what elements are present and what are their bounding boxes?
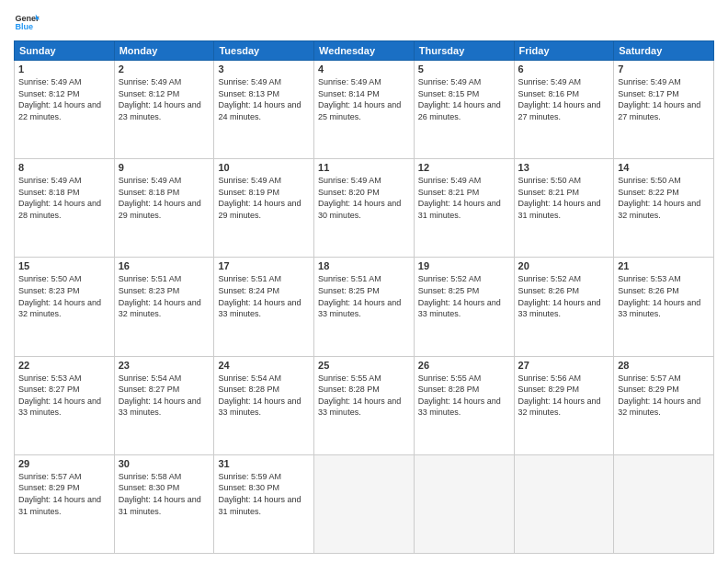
day-info: Sunrise: 5:57 AMSunset: 8:29 PMDaylight:… [618, 373, 710, 419]
day-info: Sunrise: 5:52 AMSunset: 8:25 PMDaylight:… [418, 273, 510, 319]
calendar-cell: 10 Sunrise: 5:49 AMSunset: 8:19 PMDaylig… [214, 159, 314, 258]
calendar-cell: 6 Sunrise: 5:49 AMSunset: 8:16 PMDayligh… [514, 61, 614, 159]
calendar-cell: 20 Sunrise: 5:52 AMSunset: 8:26 PMDaylig… [514, 258, 614, 356]
day-info: Sunrise: 5:55 AMSunset: 8:28 PMDaylight:… [318, 373, 410, 419]
day-info: Sunrise: 5:49 AMSunset: 8:18 PMDaylight:… [119, 175, 210, 221]
day-info: Sunrise: 5:50 AMSunset: 8:23 PMDaylight:… [18, 273, 110, 319]
day-number: 20 [518, 260, 610, 271]
calendar-table: SundayMondayTuesdayWednesdayThursdayFrid… [14, 40, 714, 554]
day-info: Sunrise: 5:56 AMSunset: 8:29 PMDaylight:… [518, 373, 610, 419]
day-info: Sunrise: 5:52 AMSunset: 8:26 PMDaylight:… [518, 273, 610, 319]
calendar-cell: 30 Sunrise: 5:58 AMSunset: 8:30 PMDaylig… [114, 454, 214, 553]
day-number: 26 [418, 360, 510, 371]
week-row-5: 29 Sunrise: 5:57 AMSunset: 8:29 PMDaylig… [15, 454, 714, 553]
day-info: Sunrise: 5:57 AMSunset: 8:29 PMDaylight:… [18, 471, 110, 517]
day-info: Sunrise: 5:51 AMSunset: 8:23 PMDaylight:… [119, 273, 210, 319]
day-number: 12 [418, 162, 510, 173]
day-info: Sunrise: 5:49 AMSunset: 8:12 PMDaylight:… [119, 76, 210, 122]
day-header-monday: Monday [114, 41, 214, 61]
calendar-cell: 31 Sunrise: 5:59 AMSunset: 8:30 PMDaylig… [214, 454, 314, 553]
day-header-thursday: Thursday [414, 41, 514, 61]
calendar-cell: 23 Sunrise: 5:54 AMSunset: 8:27 PMDaylig… [114, 356, 214, 454]
day-number: 2 [119, 63, 210, 75]
day-number: 23 [119, 360, 210, 371]
page: General Blue SundayMondayTuesdayWednesda… [0, 0, 728, 563]
day-header-saturday: Saturday [614, 41, 714, 61]
day-info: Sunrise: 5:53 AMSunset: 8:26 PMDaylight:… [618, 273, 710, 319]
day-header-sunday: Sunday [15, 41, 115, 61]
day-number: 8 [18, 162, 110, 173]
day-info: Sunrise: 5:53 AMSunset: 8:27 PMDaylight:… [18, 373, 110, 419]
day-info: Sunrise: 5:49 AMSunset: 8:13 PMDaylight:… [218, 76, 310, 122]
calendar-cell: 2 Sunrise: 5:49 AMSunset: 8:12 PMDayligh… [114, 61, 214, 159]
day-number: 14 [618, 162, 710, 173]
day-info: Sunrise: 5:50 AMSunset: 8:21 PMDaylight:… [518, 175, 610, 221]
calendar-cell: 15 Sunrise: 5:50 AMSunset: 8:23 PMDaylig… [15, 258, 115, 356]
calendar-cell: 18 Sunrise: 5:51 AMSunset: 8:25 PMDaylig… [314, 258, 415, 356]
day-number: 19 [418, 260, 510, 271]
week-row-2: 8 Sunrise: 5:49 AMSunset: 8:18 PMDayligh… [15, 159, 714, 258]
calendar-cell: 9 Sunrise: 5:49 AMSunset: 8:18 PMDayligh… [114, 159, 214, 258]
calendar-cell: 26 Sunrise: 5:55 AMSunset: 8:28 PMDaylig… [414, 356, 514, 454]
day-number: 4 [318, 63, 410, 75]
calendar-cell: 29 Sunrise: 5:57 AMSunset: 8:29 PMDaylig… [15, 454, 115, 553]
logo-icon: General Blue [14, 9, 40, 35]
calendar-cell: 17 Sunrise: 5:51 AMSunset: 8:24 PMDaylig… [214, 258, 314, 356]
week-row-1: 1 Sunrise: 5:49 AMSunset: 8:12 PMDayligh… [15, 61, 714, 159]
day-info: Sunrise: 5:49 AMSunset: 8:20 PMDaylight:… [318, 175, 410, 221]
day-info: Sunrise: 5:49 AMSunset: 8:18 PMDaylight:… [18, 175, 110, 221]
day-header-row: SundayMondayTuesdayWednesdayThursdayFrid… [15, 41, 714, 61]
calendar-cell: 22 Sunrise: 5:53 AMSunset: 8:27 PMDaylig… [15, 356, 115, 454]
calendar-cell: 28 Sunrise: 5:57 AMSunset: 8:29 PMDaylig… [614, 356, 714, 454]
calendar-cell: 16 Sunrise: 5:51 AMSunset: 8:23 PMDaylig… [114, 258, 214, 356]
calendar-cell: 21 Sunrise: 5:53 AMSunset: 8:26 PMDaylig… [614, 258, 714, 356]
day-number: 9 [119, 162, 210, 173]
day-number: 22 [18, 360, 110, 371]
day-number: 5 [418, 63, 510, 75]
calendar-cell: 8 Sunrise: 5:49 AMSunset: 8:18 PMDayligh… [15, 159, 115, 258]
day-number: 13 [518, 162, 610, 173]
calendar-cell: 25 Sunrise: 5:55 AMSunset: 8:28 PMDaylig… [314, 356, 415, 454]
day-number: 1 [18, 63, 110, 75]
day-info: Sunrise: 5:59 AMSunset: 8:30 PMDaylight:… [218, 471, 310, 517]
calendar-cell [514, 454, 614, 553]
day-info: Sunrise: 5:50 AMSunset: 8:22 PMDaylight:… [618, 175, 710, 221]
day-number: 21 [618, 260, 710, 271]
day-info: Sunrise: 5:49 AMSunset: 8:17 PMDaylight:… [618, 76, 710, 122]
day-number: 6 [518, 63, 610, 75]
day-number: 3 [218, 63, 310, 75]
day-info: Sunrise: 5:51 AMSunset: 8:24 PMDaylight:… [218, 273, 310, 319]
calendar-cell: 3 Sunrise: 5:49 AMSunset: 8:13 PMDayligh… [214, 61, 314, 159]
day-number: 31 [218, 458, 310, 469]
calendar-cell [414, 454, 514, 553]
calendar-cell: 12 Sunrise: 5:49 AMSunset: 8:21 PMDaylig… [414, 159, 514, 258]
day-info: Sunrise: 5:49 AMSunset: 8:14 PMDaylight:… [318, 76, 410, 122]
day-header-wednesday: Wednesday [314, 41, 415, 61]
calendar-cell: 11 Sunrise: 5:49 AMSunset: 8:20 PMDaylig… [314, 159, 415, 258]
day-info: Sunrise: 5:55 AMSunset: 8:28 PMDaylight:… [418, 373, 510, 419]
day-info: Sunrise: 5:49 AMSunset: 8:15 PMDaylight:… [418, 76, 510, 122]
day-header-friday: Friday [514, 41, 614, 61]
calendar-cell: 1 Sunrise: 5:49 AMSunset: 8:12 PMDayligh… [15, 61, 115, 159]
day-number: 27 [518, 360, 610, 371]
day-number: 18 [318, 260, 410, 271]
day-info: Sunrise: 5:49 AMSunset: 8:21 PMDaylight:… [418, 175, 510, 221]
day-info: Sunrise: 5:58 AMSunset: 8:30 PMDaylight:… [119, 471, 210, 517]
day-number: 24 [218, 360, 310, 371]
day-number: 17 [218, 260, 310, 271]
calendar-cell: 14 Sunrise: 5:50 AMSunset: 8:22 PMDaylig… [614, 159, 714, 258]
day-info: Sunrise: 5:54 AMSunset: 8:28 PMDaylight:… [218, 373, 310, 419]
svg-text:Blue: Blue [15, 22, 33, 31]
calendar-cell: 13 Sunrise: 5:50 AMSunset: 8:21 PMDaylig… [514, 159, 614, 258]
calendar-cell: 24 Sunrise: 5:54 AMSunset: 8:28 PMDaylig… [214, 356, 314, 454]
calendar-cell [614, 454, 714, 553]
day-number: 11 [318, 162, 410, 173]
day-info: Sunrise: 5:54 AMSunset: 8:27 PMDaylight:… [119, 373, 210, 419]
day-number: 16 [119, 260, 210, 271]
day-number: 25 [318, 360, 410, 371]
calendar-cell: 27 Sunrise: 5:56 AMSunset: 8:29 PMDaylig… [514, 356, 614, 454]
day-number: 10 [218, 162, 310, 173]
day-info: Sunrise: 5:49 AMSunset: 8:12 PMDaylight:… [18, 76, 110, 122]
day-number: 30 [119, 458, 210, 469]
day-number: 7 [618, 63, 710, 75]
